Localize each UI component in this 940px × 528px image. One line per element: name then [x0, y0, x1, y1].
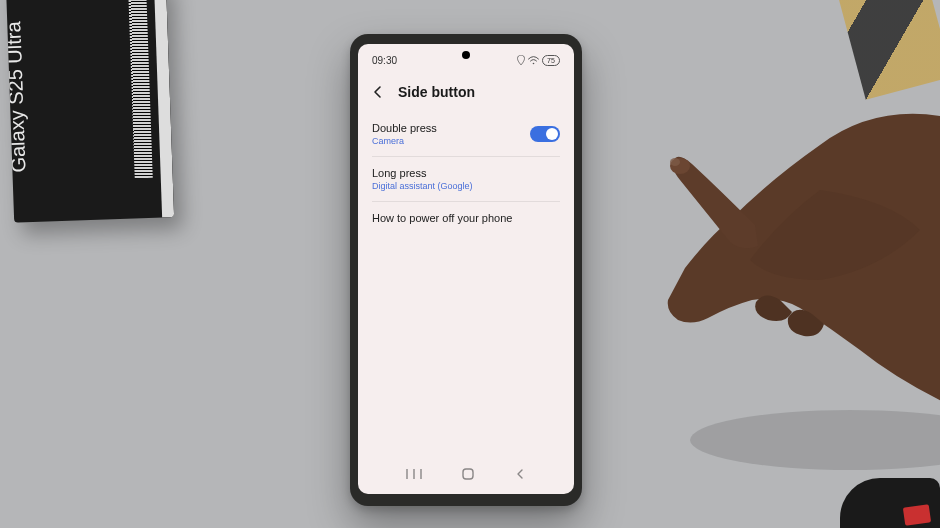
svg-rect-4 — [463, 469, 473, 479]
header: Side button — [358, 74, 574, 110]
setting-power-off[interactable]: How to power off your phone — [372, 204, 560, 232]
svg-point-6 — [670, 158, 680, 166]
recents-icon — [406, 467, 422, 481]
svg-point-0 — [533, 62, 535, 64]
wifi-icon — [528, 56, 539, 65]
navigation-bar — [358, 464, 574, 488]
home-icon — [461, 467, 475, 481]
setting-long-press[interactable]: Long press Digital assistant (Google) — [372, 159, 560, 199]
hand — [520, 50, 940, 480]
clock: 09:30 — [372, 55, 397, 66]
battery-indicator: 75 — [542, 55, 560, 66]
setting-title: How to power off your phone — [372, 212, 560, 224]
double-press-toggle[interactable] — [530, 126, 560, 142]
back-button[interactable] — [368, 82, 388, 102]
svg-point-5 — [670, 158, 690, 174]
product-box: Galaxy S25 Ultra — [6, 0, 174, 223]
svg-point-7 — [690, 410, 940, 470]
phone-screen: 09:30 75 Side button Double press Camera — [358, 44, 574, 494]
product-name-label: Galaxy S25 Ultra — [6, 21, 31, 173]
chevron-left-icon — [371, 85, 385, 99]
location-icon — [517, 55, 525, 65]
page-title: Side button — [398, 84, 475, 100]
status-icons: 75 — [517, 55, 560, 66]
home-button[interactable] — [461, 467, 475, 485]
recents-button[interactable] — [406, 467, 422, 485]
setting-title: Long press — [372, 167, 560, 179]
settings-list: Double press Camera Long press Digital a… — [358, 114, 574, 232]
status-bar: 09:30 75 — [358, 50, 574, 70]
background-object — [903, 504, 931, 525]
barcode — [128, 0, 152, 178]
phone-device: 09:30 75 Side button Double press Camera — [350, 34, 582, 506]
setting-subtitle: Digital assistant (Google) — [372, 181, 560, 191]
back-nav-button[interactable] — [514, 467, 526, 485]
divider — [372, 156, 560, 157]
setting-double-press[interactable]: Double press Camera — [372, 114, 560, 154]
back-icon — [514, 467, 526, 481]
box-side — [154, 0, 174, 218]
divider — [372, 201, 560, 202]
background-object — [837, 0, 940, 100]
